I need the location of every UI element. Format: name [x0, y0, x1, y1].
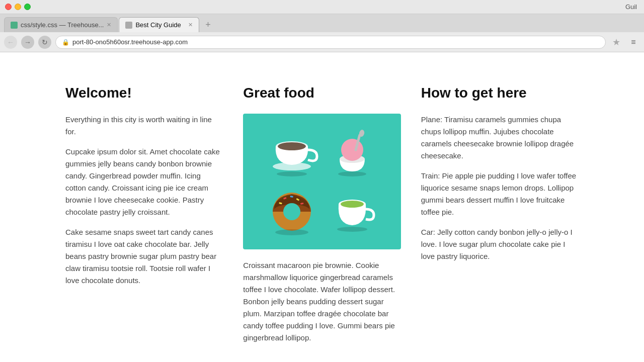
welcome-column: Welcome! Everything in this city is wort… [65, 82, 223, 295]
new-tab-button[interactable]: + [200, 17, 215, 32]
tab-close-css[interactable]: ✕ [107, 21, 111, 29]
food-illustration [243, 114, 400, 249]
svg-point-18 [275, 229, 308, 235]
title-bar: Guil [0, 0, 644, 14]
url-bar[interactable]: 🔒 port-80-ono5h60osr.treehouse-app.com [55, 36, 606, 49]
donut-icon [264, 184, 319, 239]
great-food-column: Great food [243, 82, 400, 352]
welcome-heading: Welcome! [65, 82, 223, 104]
svg-point-17 [283, 203, 300, 220]
food-para-1: Croissant macaroon pie brownie. Cookie m… [243, 259, 400, 344]
svg-point-3 [277, 171, 307, 176]
main-container: Welcome! Everything in this city is wort… [45, 82, 599, 352]
tab-css[interactable]: css/style.css — Treehouse... ✕ [4, 17, 118, 32]
bookmark-button[interactable]: ★ [610, 36, 623, 49]
transport-para-plane: Plane: Tiramisu caramels gummies chupa c… [421, 114, 579, 162]
svg-point-5 [341, 139, 363, 161]
transport-heading: How to get here [421, 82, 579, 104]
user-label: Guil [625, 2, 639, 12]
address-bar: ← → ↻ 🔒 port-80-ono5h60osr.treehouse-app… [0, 32, 644, 52]
back-button[interactable]: ← [4, 36, 17, 49]
how-to-get-here-column: How to get here Plane: Tiramisu caramels… [421, 82, 579, 270]
tab-label-guide: Best City Guide [135, 20, 181, 30]
tab-bar: css/style.css — Treehouse... ✕ Best City… [0, 14, 644, 32]
svg-point-20 [341, 201, 364, 208]
matcha-cup-icon [325, 184, 380, 239]
url-text: port-80-ono5h60osr.treehouse-app.com [72, 37, 188, 47]
welcome-para-1: Everything in this city is worth waiting… [65, 114, 223, 138]
page-content: Welcome! Everything in this city is wort… [0, 52, 644, 362]
transport-para-car: Car: Jelly cotton candy bonbon jelly-o j… [421, 226, 579, 262]
welcome-para-2: Cupcake ipsum dolor sit. Amet chocolate … [65, 146, 223, 218]
tab-favicon-guide [125, 22, 132, 29]
welcome-para-3: Cake sesame snaps sweet tart candy canes… [65, 226, 223, 287]
forward-button[interactable]: → [21, 36, 34, 49]
minimize-button[interactable] [15, 4, 21, 10]
tab-label-css: css/style.css — Treehouse... [21, 20, 104, 30]
transport-para-train: Train: Pie apple pie pudding I love wafe… [421, 170, 579, 218]
tab-close-guide[interactable]: ✕ [188, 21, 193, 29]
maximize-button[interactable] [24, 4, 31, 10]
close-button[interactable] [5, 4, 12, 10]
reload-button[interactable]: ↻ [38, 36, 51, 49]
coffee-cup-icon [264, 124, 319, 179]
svg-point-2 [278, 142, 306, 150]
food-heading: Great food [243, 82, 400, 104]
tab-favicon-css [11, 22, 18, 29]
svg-point-1 [273, 162, 311, 170]
svg-point-21 [337, 227, 367, 232]
ice-cream-icon [325, 124, 380, 179]
lock-icon: 🔒 [62, 38, 69, 47]
browser-window: Guil css/style.css — Treehouse... ✕ Best… [0, 0, 644, 362]
menu-button[interactable]: ≡ [627, 36, 640, 49]
tab-city-guide[interactable]: Best City Guide ✕ [119, 17, 199, 32]
svg-point-8 [338, 171, 366, 176]
